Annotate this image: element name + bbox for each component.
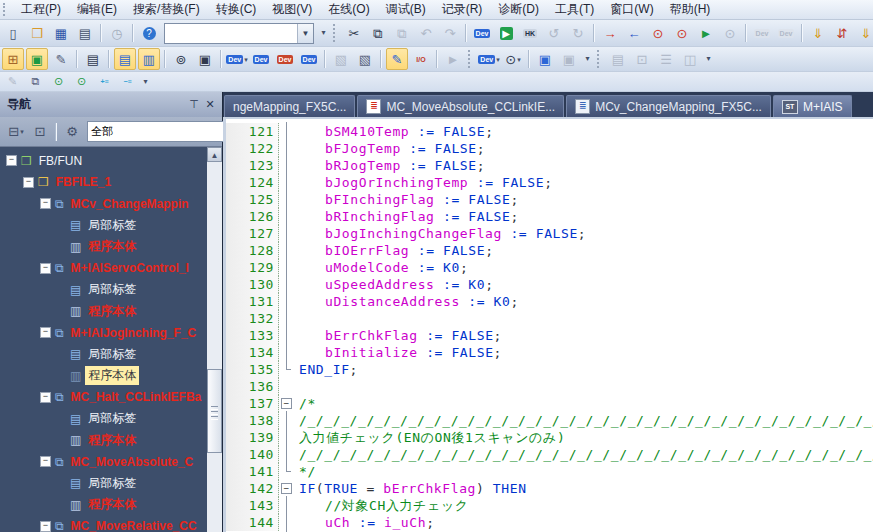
tab-document-4[interactable]: STM+IAIS bbox=[773, 95, 852, 117]
tree-item-16[interactable]: ▤局部标签 bbox=[0, 473, 222, 495]
code-line-130[interactable]: 130uSpeedAddress := K0; bbox=[226, 276, 873, 293]
tree-filter-combo-input[interactable] bbox=[88, 124, 236, 139]
menu-item-6[interactable]: 在线(O) bbox=[320, 0, 377, 20]
code-line-142[interactable]: 142IF(TRUE = bErrChkFlag) THEN bbox=[226, 480, 873, 497]
code-line-136[interactable]: 136 bbox=[226, 378, 873, 395]
collapse-expander-icon[interactable]: − bbox=[23, 177, 34, 188]
code-line-133[interactable]: 133bErrChkFlag := FALSE; bbox=[226, 327, 873, 344]
tree-item-11[interactable]: ▥程序本体 bbox=[0, 365, 222, 387]
device-zoom-button[interactable]: ⊙▾ bbox=[502, 48, 524, 70]
collapse-expander-icon[interactable]: − bbox=[40, 392, 51, 403]
scrollbar-thumb[interactable] bbox=[207, 369, 222, 453]
menu-item-7[interactable]: 调试(B) bbox=[378, 0, 434, 20]
tree-item-10[interactable]: ▤局部标签 bbox=[0, 344, 222, 366]
code-line-138[interactable]: 138/_/_/_/_/_/_/_/_/_/_/_/_/_/_/_/_/_/_/… bbox=[226, 412, 873, 429]
menu-item-1[interactable]: 工程(P) bbox=[13, 0, 69, 20]
toolbar-overflow-button-2[interactable]: ▾ bbox=[581, 49, 594, 69]
code-line-143[interactable]: 143//対象CH入力チェック bbox=[226, 497, 873, 514]
menu-item-12[interactable]: 帮助(H) bbox=[662, 0, 719, 20]
new-file-button[interactable]: ▯ bbox=[2, 22, 24, 44]
monitor-start-button[interactable]: ▶ bbox=[495, 22, 517, 44]
monitor-view-button[interactable]: ▣ bbox=[26, 48, 48, 70]
quick-find-combo[interactable]: ▼ bbox=[164, 23, 314, 44]
search-back-button[interactable]: ⊙ bbox=[48, 73, 69, 91]
device-batch-button[interactable]: Dev bbox=[250, 48, 272, 70]
chevron-down-icon[interactable]: ▼ bbox=[297, 24, 313, 43]
read-from-plc-button[interactable]: ← bbox=[623, 22, 645, 44]
parameter-button[interactable]: ▤ bbox=[82, 48, 104, 70]
tree-item-4[interactable]: ▤局部标签 bbox=[0, 215, 222, 237]
toolbar-overflow-button-1[interactable]: ▾ bbox=[317, 23, 330, 43]
code-line-135[interactable]: 135END_IF; bbox=[226, 361, 873, 378]
code-line-141[interactable]: 141*/ bbox=[226, 463, 873, 480]
cut-button[interactable]: ✂ bbox=[343, 22, 365, 44]
tree-item-9[interactable]: −⧉M+IAIJogInching_F_C bbox=[0, 322, 222, 344]
menu-item-2[interactable]: 编辑(E) bbox=[69, 0, 125, 20]
collapse-expander-icon[interactable]: − bbox=[40, 456, 51, 467]
search-forward-button[interactable]: ⊙ bbox=[71, 73, 92, 91]
open-project-button[interactable]: ❒ bbox=[26, 22, 48, 44]
code-line-134[interactable]: 134bInitialize := FALSE; bbox=[226, 344, 873, 361]
window-search-button[interactable]: ▣ bbox=[534, 48, 556, 70]
tree-item-5[interactable]: ▥程序本体 bbox=[0, 236, 222, 258]
device-write-button[interactable]: Dev bbox=[471, 22, 493, 44]
tree-item-14[interactable]: ▥程序本体 bbox=[0, 430, 222, 452]
tree-item-1[interactable]: −❒FB/FUN bbox=[0, 150, 222, 172]
tree-display-button[interactable]: ⊟▾ bbox=[5, 121, 27, 143]
comment-edit-button[interactable]: ▧ bbox=[354, 48, 376, 70]
code-line-144[interactable]: 144uCh := i_uCh; bbox=[226, 514, 873, 531]
tree-item-17[interactable]: ▥程序本体 bbox=[0, 494, 222, 516]
st-edit-button[interactable]: ✎ bbox=[386, 48, 408, 70]
collapse-expander-icon[interactable]: − bbox=[40, 327, 51, 338]
monitor-mode-button[interactable]: HK bbox=[519, 22, 541, 44]
device-eye-button[interactable]: Dev▾ bbox=[478, 48, 500, 70]
collapse-expander-icon[interactable]: − bbox=[40, 263, 51, 274]
device-edit-button[interactable]: ✎ bbox=[50, 48, 72, 70]
quick-find-combo-input[interactable] bbox=[165, 26, 297, 41]
toolbar-overflow-button-4[interactable]: ▾ bbox=[139, 72, 152, 92]
code-line-124[interactable]: 124bJogOrInchingTemp := FALSE; bbox=[226, 174, 873, 191]
collapse-expander-icon[interactable]: − bbox=[40, 198, 51, 209]
code-line-123[interactable]: 123bRJogTemp := FALSE; bbox=[226, 157, 873, 174]
tab-document-1[interactable]: ngeMapping_FX5C... bbox=[224, 95, 355, 117]
tree-item-3[interactable]: −⧉MCv_ChangeMappin bbox=[0, 193, 222, 215]
collapse-expander-icon[interactable]: − bbox=[40, 521, 51, 532]
fold-marker-icon[interactable] bbox=[279, 395, 294, 412]
menu-item-10[interactable]: 工具(T) bbox=[547, 0, 602, 20]
menu-item-9[interactable]: 诊断(D) bbox=[490, 0, 547, 20]
code-line-127[interactable]: 127bJogInchingChangeFlag := FALSE; bbox=[226, 225, 873, 242]
project-view-button[interactable]: ⊞ bbox=[2, 48, 24, 70]
tree-item-13[interactable]: ▤局部标签 bbox=[0, 408, 222, 430]
work-window-button[interactable]: ▤ bbox=[114, 48, 136, 70]
tree-item-18[interactable]: −⧉MC_MoveRelative_CC bbox=[0, 516, 222, 532]
write-to-plc-button[interactable]: → bbox=[599, 22, 621, 44]
find-replace-button[interactable]: ▣ bbox=[194, 48, 216, 70]
close-icon[interactable]: ✕ bbox=[202, 97, 218, 113]
tree-item-6[interactable]: −⧉M+IAIServoControl_I bbox=[0, 258, 222, 280]
tab-document-3[interactable]: ≣MCv_ChangeMapping_FX5C... bbox=[566, 95, 771, 117]
tree-collapse-button[interactable]: ⊡ bbox=[29, 121, 51, 143]
menu-item-3[interactable]: 搜索/替换(F) bbox=[125, 0, 208, 20]
scroll-up-icon[interactable]: ▲ bbox=[207, 147, 222, 162]
st-code-editor[interactable]: 121bSM410Temp := FALSE;122bFJogTemp := F… bbox=[223, 117, 873, 532]
code-line-131[interactable]: 131uDistanceAddress := K0; bbox=[226, 293, 873, 310]
menu-item-11[interactable]: 窗口(W) bbox=[602, 0, 661, 20]
scrollbar-track[interactable] bbox=[207, 162, 222, 532]
bookmark-jump-button[interactable]: ⇓ bbox=[807, 22, 829, 44]
fold-marker-icon[interactable] bbox=[279, 480, 294, 497]
save-project-button[interactable]: ▦ bbox=[50, 22, 72, 44]
code-line-125[interactable]: 125bFInchingFlag := FALSE; bbox=[226, 191, 873, 208]
code-line-122[interactable]: 122bFJogTemp := FALSE; bbox=[226, 140, 873, 157]
code-line-129[interactable]: 129uModelCode := K0; bbox=[226, 259, 873, 276]
document-edit-button[interactable]: ⧉ bbox=[25, 73, 46, 91]
menu-item-8[interactable]: 记录(R) bbox=[434, 0, 491, 20]
tree-item-7[interactable]: ▤局部标签 bbox=[0, 279, 222, 301]
code-line-137[interactable]: 137/* bbox=[226, 395, 873, 412]
tree-item-2[interactable]: −❒FBFILE_1 bbox=[0, 172, 222, 194]
device-batch-search-button[interactable]: ⊙ bbox=[671, 22, 693, 44]
line-delete-button[interactable]: −≡ bbox=[117, 73, 138, 91]
find-button[interactable]: ⊚ bbox=[170, 48, 192, 70]
tree-item-8[interactable]: ▥程序本体 bbox=[0, 301, 222, 323]
settings-button[interactable]: ⚙ bbox=[61, 121, 83, 143]
device-register-button[interactable]: Dev bbox=[298, 48, 320, 70]
